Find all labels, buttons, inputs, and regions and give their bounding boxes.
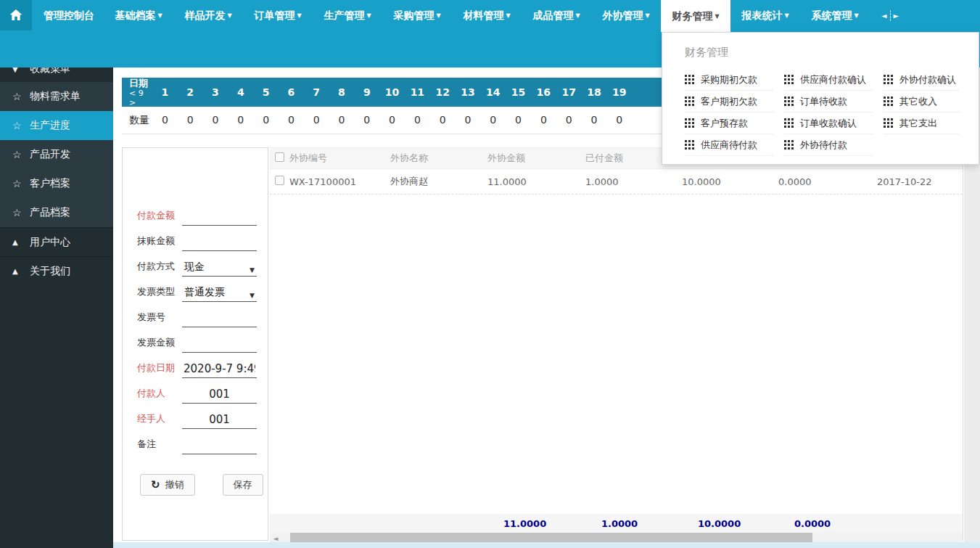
- sidebar-item-label: 生产进度: [30, 119, 70, 132]
- mega-menu-column-1: 采购期初欠款 客户期初欠款 客户预存款 供应商待付款: [685, 69, 784, 156]
- day-cell[interactable]: 3: [203, 78, 228, 107]
- day-cell[interactable]: 5: [253, 78, 279, 107]
- undo-button[interactable]: ↻ 撤销: [140, 474, 195, 496]
- day-cell[interactable]: 7: [304, 78, 329, 107]
- date-pager[interactable]: < 9 >: [129, 89, 152, 107]
- day-cell[interactable]: 16: [531, 78, 556, 107]
- grid-icon: [685, 118, 694, 128]
- star-icon: ☆: [12, 178, 30, 189]
- sidebar-collapse-toggle[interactable]: ◄►: [870, 0, 910, 30]
- sidebar-item-production-progress[interactable]: ☆ 生产进度: [0, 111, 113, 140]
- day-cell[interactable]: 2: [178, 78, 203, 107]
- menu-item-order-receivable[interactable]: 订单待收款: [784, 91, 873, 113]
- day-cell[interactable]: 18: [582, 78, 607, 107]
- table-row[interactable]: WX-17100001 外协商赵 11.0000 1.0000 10.0000 …: [270, 169, 963, 195]
- nav-item-label: 外协管理: [602, 9, 643, 21]
- menu-item-customer-initial-debt[interactable]: 客户期初欠款: [685, 91, 774, 113]
- nav-item-production-mgmt[interactable]: 生产管理▼: [313, 0, 382, 30]
- quantity-value: 0: [405, 107, 430, 134]
- nav-item-purchase-mgmt[interactable]: 采购管理▼: [382, 0, 452, 30]
- handler-input[interactable]: [182, 410, 257, 429]
- caret-down-icon: ▼: [227, 12, 231, 19]
- cell-date: 2017-10-22: [877, 176, 963, 187]
- arrow-left-icon: ◄: [881, 12, 887, 20]
- field-invoice-amount: 发票金额: [123, 327, 268, 353]
- day-cell[interactable]: 9: [354, 78, 379, 107]
- quantity-value: 0: [279, 107, 304, 134]
- cell-outsource-name: 外协商赵: [390, 175, 487, 188]
- select-all-checkbox[interactable]: [275, 152, 284, 162]
- payer-input[interactable]: [182, 385, 257, 404]
- column-header-outsource-no[interactable]: 外协编号: [289, 152, 390, 165]
- field-label: 付款人: [137, 387, 182, 404]
- menu-item-outsource-payable-pending[interactable]: 外协待付款: [784, 134, 873, 156]
- menu-item-supplier-payable-pending[interactable]: 供应商待付款: [685, 134, 774, 156]
- sidebar-item-product-archive[interactable]: ☆ 产品档案: [0, 198, 113, 227]
- save-button[interactable]: 保存: [223, 474, 263, 496]
- scroll-left-arrow-icon[interactable]: ◄: [270, 535, 281, 542]
- remark-input[interactable]: [182, 435, 257, 454]
- column-header-outsource-name[interactable]: 外协名称: [390, 152, 487, 165]
- undo-button-label: 撤销: [165, 478, 184, 491]
- day-cell[interactable]: 14: [480, 78, 506, 107]
- day-cell[interactable]: 13: [456, 78, 481, 107]
- chevron-up-icon: ▲: [12, 238, 30, 246]
- home-button[interactable]: [0, 0, 32, 30]
- payment-amount-input[interactable]: [182, 207, 257, 226]
- quantity-value: 0: [456, 107, 481, 134]
- day-cell[interactable]: 19: [606, 78, 632, 107]
- field-label: 付款日期: [137, 361, 182, 378]
- caret-down-icon: ▼: [575, 12, 580, 19]
- sidebar-item-about-us[interactable]: ▲ 关于我们: [0, 256, 113, 285]
- sidebar-item-material-requisition[interactable]: ☆ 物料需求单: [0, 82, 113, 111]
- invoice-no-input[interactable]: [182, 308, 257, 327]
- nav-item-dashboard[interactable]: 管理控制台: [34, 0, 104, 30]
- menu-item-other-income[interactable]: 其它收入: [884, 91, 960, 113]
- sidebar-item-product-dev[interactable]: ☆ 产品开发: [0, 140, 113, 169]
- grid-icon: [784, 140, 794, 150]
- undo-icon: ↻: [151, 478, 160, 491]
- day-cell[interactable]: 12: [430, 78, 456, 107]
- menu-item-supplier-payment-confirm[interactable]: 供应商付款确认: [784, 69, 873, 91]
- arrow-right-icon: ►: [894, 12, 899, 20]
- nav-item-sample-dev[interactable]: 样品开发▼: [173, 0, 243, 30]
- day-cell[interactable]: 8: [329, 78, 355, 107]
- day-cell[interactable]: 17: [556, 78, 582, 107]
- payment-date-input[interactable]: [182, 359, 257, 378]
- row-checkbox[interactable]: [275, 176, 284, 185]
- nav-item-base-archive[interactable]: 基础档案▼: [104, 0, 173, 30]
- nav-item-system-mgmt[interactable]: 系统管理▼: [800, 0, 870, 30]
- menu-item-customer-prepaid[interactable]: 客户预存款: [685, 113, 774, 134]
- menu-item-order-receipt-confirm[interactable]: 订单收款确认: [784, 113, 873, 134]
- day-cell[interactable]: 6: [279, 78, 304, 107]
- sidebar-item-favorites[interactable]: ▼ 收藏菜单: [0, 68, 113, 82]
- nav-item-material-mgmt[interactable]: 材料管理▼: [452, 0, 522, 30]
- sidebar-item-customer-archive[interactable]: ☆ 客户档案: [0, 169, 113, 198]
- day-cell[interactable]: 1: [152, 78, 178, 107]
- column-header-outsource-amount[interactable]: 外协金额: [487, 152, 585, 165]
- nav-item-finished-goods-mgmt[interactable]: 成品管理▼: [522, 0, 591, 30]
- day-cell[interactable]: 11: [405, 78, 430, 107]
- caret-down-icon: ▼: [12, 68, 30, 73]
- field-label: 发票号: [137, 311, 182, 327]
- day-cell[interactable]: 10: [379, 78, 405, 107]
- payment-method-select[interactable]: 现金 ▼: [182, 258, 257, 277]
- menu-item-other-expense[interactable]: 其它支出: [884, 113, 960, 134]
- field-payment-date: 付款日期: [123, 353, 268, 378]
- menu-item-outsource-payment-confirm[interactable]: 外协付款确认: [884, 69, 960, 91]
- quantity-value: 0: [480, 107, 506, 134]
- invoice-type-select[interactable]: 普通发票 ▼: [182, 283, 257, 302]
- nav-item-order-mgmt[interactable]: 订单管理▼: [243, 0, 313, 30]
- day-cell[interactable]: 4: [228, 78, 253, 107]
- nav-item-outsourcing-mgmt[interactable]: 外协管理▼: [591, 0, 661, 30]
- nav-item-finance-mgmt[interactable]: 财务管理▼: [661, 0, 730, 32]
- quantity-value: 0: [253, 107, 279, 134]
- menu-item-purchase-initial-debt[interactable]: 采购期初欠款: [685, 69, 774, 91]
- writeoff-amount-input[interactable]: [182, 232, 257, 251]
- invoice-amount-input[interactable]: [182, 334, 257, 353]
- day-cell[interactable]: 15: [506, 78, 531, 107]
- menu-item-label: 客户预存款: [701, 117, 748, 130]
- sidebar-item-user-center[interactable]: ▲ 用户中心: [0, 227, 113, 256]
- menu-item-label: 其它支出: [899, 117, 937, 130]
- nav-item-report-stats[interactable]: 报表统计▼: [730, 0, 800, 30]
